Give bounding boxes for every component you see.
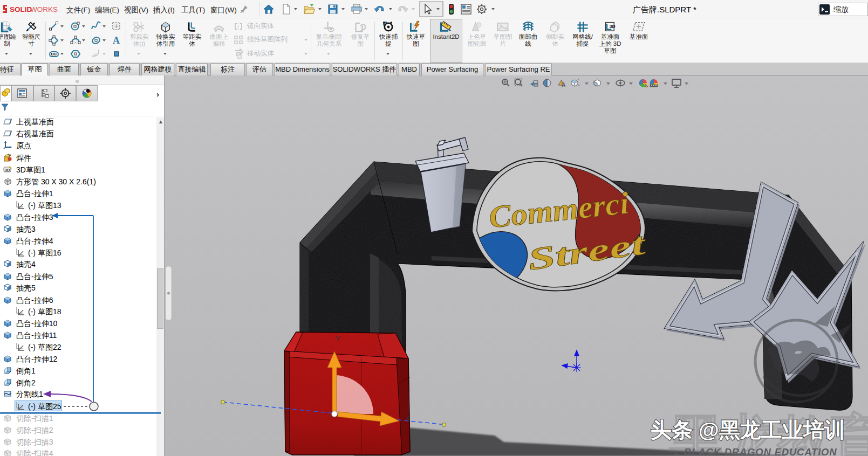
svg-text:头条 @黑龙工业培训: 头条 @黑龙工业培训	[651, 418, 845, 441]
svg-text:WORKS: WORKS	[30, 5, 58, 13]
svg-text:A: A	[562, 82, 565, 88]
svg-text:SOLID: SOLID	[10, 5, 32, 13]
svg-text:Y: Y	[336, 335, 340, 343]
svg-text:BLACK DRAGON EDUCATION: BLACK DRAGON EDUCATION	[684, 446, 837, 456]
svg-text:3D: 3D	[610, 24, 616, 29]
svg-text:X: X	[406, 414, 411, 422]
